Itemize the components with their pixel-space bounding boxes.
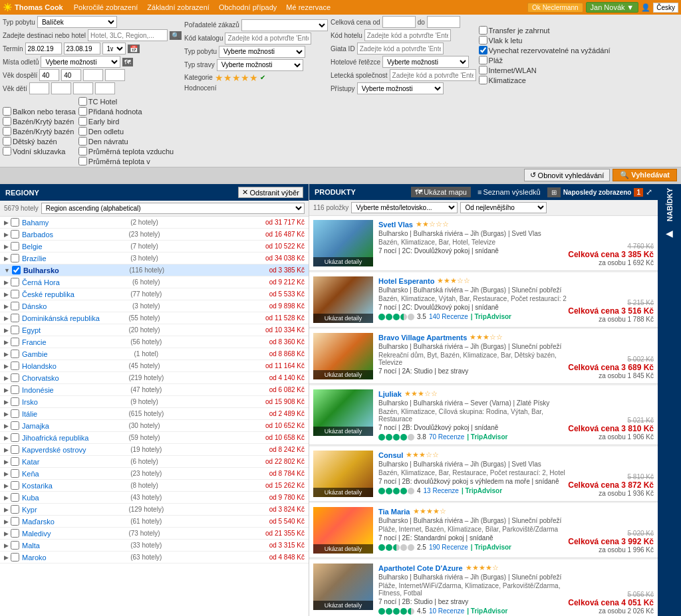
region-expand-icon[interactable]: ▶	[4, 506, 9, 513]
grid-view-button[interactable]: ⊞	[547, 187, 561, 197]
adult2-input[interactable]	[61, 69, 81, 81]
region-checkbox[interactable]	[11, 302, 19, 310]
duration-select[interactable]: 1w	[102, 43, 126, 54]
show-details-button[interactable]: Ukázat detaily	[313, 427, 373, 436]
product-name[interactable]: Bravo Village Apartments	[378, 334, 467, 342]
region-expand-icon[interactable]: ▶	[4, 351, 9, 358]
region-checkbox[interactable]	[11, 338, 19, 346]
region-list-item[interactable]: ▶ Černá Hora (6 hotely) od 9 212 Kč	[0, 276, 309, 288]
region-checkbox[interactable]	[11, 469, 19, 478]
region-expand-icon[interactable]: ▶	[4, 447, 9, 453]
show-details-button[interactable]: Ukázat detaily	[313, 488, 373, 497]
tc-hotel-checkbox[interactable]	[78, 97, 87, 106]
region-expand-icon[interactable]: ▼	[4, 267, 10, 274]
airline-input[interactable]	[390, 69, 476, 81]
ta-review-count[interactable]: 10 Recenze	[429, 607, 464, 615]
ta-review-count[interactable]: 140 Recenze	[429, 313, 468, 320]
region-expand-icon[interactable]: ▶	[4, 399, 9, 405]
region-list-item[interactable]: ▶ Kuba (43 hotely) od 9 780 Kč	[0, 492, 309, 504]
region-expand-icon[interactable]: ▶	[4, 231, 9, 238]
nav-advanced-view[interactable]: Pokročilé zobrazení	[70, 2, 142, 13]
region-list-item[interactable]: ▶ Indonésie (47 hotely) od 6 082 Kč	[0, 384, 309, 396]
region-expand-icon[interactable]: ▶	[4, 279, 9, 286]
region-list-item[interactable]: ▶ Irsko (9 hotely) od 15 908 Kč	[0, 396, 309, 408]
region-list-item[interactable]: ▶ Jamajka (30 hotely) od 10 652 Kč	[0, 420, 309, 432]
region-expand-icon[interactable]: ▶	[4, 518, 9, 525]
adult4-input[interactable]	[105, 69, 125, 81]
air-conditioning-checkbox[interactable]	[479, 76, 487, 84]
refresh-button[interactable]: ↺ Obnovit vyhledávání	[524, 169, 611, 181]
region-list-item[interactable]: ▶ Keňa (23 hotely) od 8 784 Kč	[0, 468, 309, 480]
region-list-item[interactable]: ▶ Kapverdské ostrovy (19 hotely) od 8 24…	[0, 444, 309, 456]
user-ok-button[interactable]: Ok Neclermann	[527, 3, 583, 13]
show-details-button[interactable]: Ukázat detaily	[313, 314, 373, 323]
child4-input[interactable]	[95, 82, 115, 94]
product-name[interactable]: Ljuliak	[378, 390, 402, 398]
region-list-item[interactable]: ▶ Chorvatsko (219 hotely) od 4 140 Kč	[0, 372, 309, 384]
region-checkbox[interactable]	[11, 373, 19, 382]
language-selector[interactable]: Česky	[653, 3, 678, 13]
region-checkbox[interactable]	[11, 409, 19, 418]
pool-checkbox[interactable]	[3, 117, 11, 126]
sort-select[interactable]: Od nejlevnějšího	[460, 202, 547, 213]
luggage-checkbox[interactable]	[479, 36, 487, 45]
region-checkbox[interactable]	[11, 326, 19, 334]
region-expand-icon[interactable]: ▶	[4, 530, 9, 537]
region-expand-icon[interactable]: ▶	[4, 459, 9, 465]
ta-review-count[interactable]: 13 Recenze	[424, 487, 459, 494]
hotel-code-input[interactable]	[364, 29, 451, 41]
transfer-checkbox[interactable]	[479, 26, 487, 35]
trip-type-select[interactable]: Balíček	[37, 16, 117, 28]
region-checkbox[interactable]	[11, 385, 19, 394]
product-name[interactable]: Svetl Vlas	[378, 221, 413, 229]
region-expand-icon[interactable]: ▶	[4, 411, 9, 417]
region-checkbox[interactable]	[11, 278, 19, 286]
region-expand-icon[interactable]: ▶	[4, 363, 9, 369]
region-checkbox[interactable]	[11, 242, 19, 251]
region-list-item[interactable]: ▶ Gambie (1 hotel) od 8 868 Kč	[0, 348, 309, 360]
region-expand-icon[interactable]: ▶	[4, 435, 9, 441]
nav-business-cases[interactable]: Obchodní případy	[215, 2, 281, 13]
balcony-checkbox[interactable]	[3, 107, 11, 116]
region-list-item[interactable]: ▶ Kostarika (8 hotely) od 15 262 Kč	[0, 480, 309, 492]
ta-review-count[interactable]: 70 Recenze	[429, 433, 464, 441]
region-list-item[interactable]: ▶ Malta (33 hotely) od 3 315 Kč	[0, 540, 309, 552]
show-details-button[interactable]: Ukázat detaily	[313, 257, 373, 266]
region-checkbox[interactable]	[11, 350, 19, 358]
region-checkbox[interactable]	[11, 457, 19, 466]
departure-from-icon[interactable]: 🗺	[122, 58, 133, 66]
region-list-item[interactable]: ▶ Brazílie (3 hotely) od 34 038 Kč	[0, 253, 309, 264]
region-checkbox[interactable]	[11, 541, 19, 550]
region-list-item[interactable]: ▼ Bulharsko (116 hotely) od 3 385 Kč	[0, 264, 309, 276]
departure-to-input[interactable]	[64, 43, 100, 54]
region-checkbox[interactable]	[11, 290, 19, 298]
region-expand-icon[interactable]: ▶	[4, 255, 9, 262]
list-view-button[interactable]: ≡ Seznam výsledků	[474, 187, 545, 197]
basin-checkbox[interactable]	[3, 127, 11, 136]
show-details-button[interactable]: Ukázat detaily	[313, 370, 373, 379]
region-checkbox[interactable]	[11, 517, 19, 526]
remove-selection-button[interactable]: ✕ Odstranit výběr	[238, 187, 303, 198]
region-expand-icon[interactable]: ▶	[4, 315, 9, 322]
omit-checkbox[interactable]	[479, 46, 487, 54]
departure-from-input[interactable]	[25, 43, 62, 54]
region-sort-select[interactable]: Region ascending (alphabetical)	[41, 203, 305, 214]
region-list-item[interactable]: ▶ Egypt (20 hotely) od 10 334 Kč	[0, 324, 309, 336]
region-expand-icon[interactable]: ▶	[4, 542, 9, 549]
stay-type-select[interactable]: Vyberte možnosti	[219, 46, 305, 58]
expand-header-icon[interactable]: ⤢	[646, 187, 652, 197]
catalog-input[interactable]	[225, 33, 311, 45]
region-checkbox[interactable]	[11, 361, 19, 370]
children-pool-checkbox[interactable]	[3, 137, 11, 146]
region-list-item[interactable]: ▶ Holandsko (45 hotely) od 11 164 Kč	[0, 360, 309, 372]
region-checkbox[interactable]	[11, 553, 19, 562]
star-rating[interactable]: ★★★★★	[215, 72, 258, 83]
departure-from-select[interactable]: Vyberte možnosti	[41, 56, 120, 68]
added-value-checkbox[interactable]	[78, 107, 87, 116]
destination-search-icon[interactable]: 🔍	[170, 31, 182, 40]
region-list-item[interactable]: ▶ Dánsko (3 hotely) od 9 898 Kč	[0, 300, 309, 312]
internet-checkbox[interactable]	[479, 66, 487, 74]
region-checkbox[interactable]	[11, 254, 19, 262]
region-expand-icon[interactable]: ▶	[4, 375, 9, 381]
avg-temp-checkbox[interactable]	[78, 147, 87, 155]
